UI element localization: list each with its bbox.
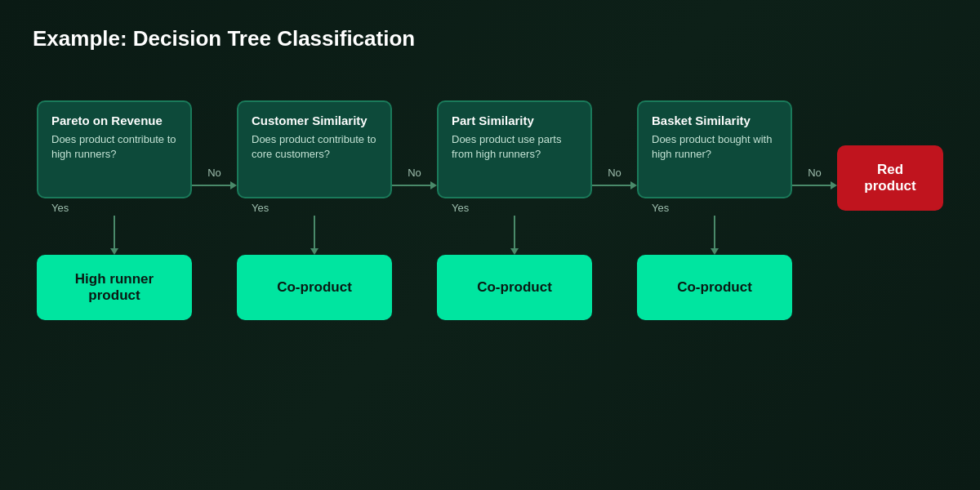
page-title: Example: Decision Tree Classification xyxy=(0,0,980,51)
co-product-outcome-1: Co-product xyxy=(237,255,392,320)
pareto-node: Pareto on Revenue Does product contribut… xyxy=(37,100,192,198)
connector-line-4 xyxy=(792,181,837,189)
no-label-1: No xyxy=(207,167,221,179)
connector-line-2 xyxy=(392,181,437,189)
co-product-outcome-2: Co-product xyxy=(437,255,592,320)
no-label-4: No xyxy=(808,167,822,179)
customer-yes-section: Yes xyxy=(237,198,392,255)
customer-column: Customer Similarity Does product contrib… xyxy=(237,100,392,320)
connector-1: No xyxy=(192,167,237,189)
diagram: Pareto on Revenue Does product contribut… xyxy=(0,68,980,320)
high-runner-label: High runner product xyxy=(50,271,179,304)
basket-yes-label: Yes xyxy=(637,202,669,214)
customer-v-connector xyxy=(310,216,318,255)
basket-yes-section: Yes xyxy=(637,198,792,255)
co-product-label-3: Co-product xyxy=(677,279,752,296)
red-column: Red product xyxy=(837,145,943,211)
connector-4: No xyxy=(792,167,837,189)
connector-2: No xyxy=(392,167,437,189)
co-product-label-1: Co-product xyxy=(277,279,352,296)
customer-node: Customer Similarity Does product contrib… xyxy=(237,100,392,198)
connector-3: No xyxy=(592,167,637,189)
red-product-label: Red product xyxy=(850,162,930,194)
basket-title: Basket Similarity xyxy=(652,114,777,127)
part-title: Part Similarity xyxy=(452,114,577,127)
no-label-2: No xyxy=(408,167,421,179)
customer-title: Customer Similarity xyxy=(252,114,377,127)
pareto-v-connector xyxy=(110,216,118,255)
no-label-3: No xyxy=(608,167,621,179)
pareto-yes-section: Yes xyxy=(37,198,192,255)
high-runner-outcome: High runner product xyxy=(37,255,192,320)
customer-desc: Does product contribute to core customer… xyxy=(252,132,377,162)
part-desc: Does product use parts from high runners… xyxy=(452,132,577,162)
red-product-outcome: Red product xyxy=(837,145,943,211)
part-v-connector xyxy=(510,216,519,255)
part-yes-section: Yes xyxy=(437,198,592,255)
pareto-column: Pareto on Revenue Does product contribut… xyxy=(37,100,192,320)
basket-desc: Does product bought with high runner? xyxy=(652,132,777,162)
part-column: Part Similarity Does product use parts f… xyxy=(437,100,592,320)
pareto-yes-label: Yes xyxy=(37,202,69,214)
connector-line-1 xyxy=(192,181,237,189)
basket-column: Basket Similarity Does product bought wi… xyxy=(637,100,792,320)
basket-node: Basket Similarity Does product bought wi… xyxy=(637,100,792,198)
connector-line-3 xyxy=(592,181,637,189)
co-product-label-2: Co-product xyxy=(477,279,552,296)
part-node: Part Similarity Does product use parts f… xyxy=(437,100,592,198)
customer-yes-label: Yes xyxy=(237,202,269,214)
co-product-outcome-3: Co-product xyxy=(637,255,792,320)
pareto-desc: Does product contribute to high runners? xyxy=(51,132,177,162)
basket-v-connector xyxy=(710,216,719,255)
pareto-title: Pareto on Revenue xyxy=(51,114,177,127)
part-yes-label: Yes xyxy=(437,202,469,214)
